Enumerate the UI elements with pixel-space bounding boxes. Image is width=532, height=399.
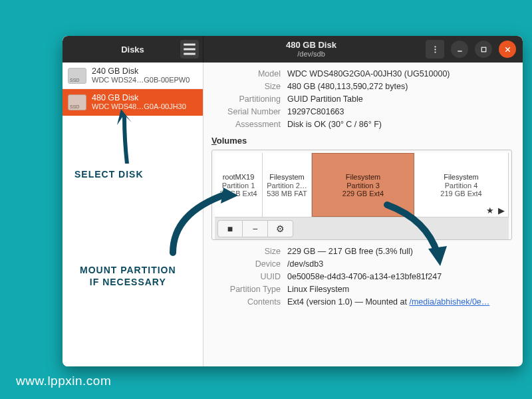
value-ptype: Linux Filesystem [287,285,512,294]
value-device: /dev/sdb3 [287,259,512,269]
minimize-button[interactable] [451,41,468,58]
disk-item-name: 240 GB Disk [92,66,190,76]
svg-point-4 [434,49,436,50]
window-body: SSD 240 GB Disk WDC WDS24…G0B-00EPW0 SSD… [63,63,523,366]
volumes-title: Volumes [211,136,512,146]
disk-item-240[interactable]: SSD 240 GB Disk WDC WDS24…G0B-00EPW0 [63,63,203,89]
label-size: Size [211,82,281,91]
disk-item-sub: WDC WDS48…G0A-00JH30 [92,102,186,111]
label-serial: Serial Number [211,107,281,116]
minimize-icon [456,45,464,54]
star-icon[interactable]: ★ [486,205,494,215]
disk-path: /dev/sdb [297,50,325,58]
content-pane: Model WDC WDS480G2G0A-00JH30 (UG510000) … [203,63,523,366]
minus-icon: − [252,223,257,234]
unmount-button[interactable]: ■ [217,220,243,237]
label-uuid: UUID [211,272,281,281]
hamburger-menu-button[interactable] [180,40,199,59]
value-psize: 229 GB — 217 GB free (5.3% full) [287,247,512,256]
hamburger-icon [180,40,199,59]
label-ptype: Partition Type [211,285,281,294]
volume-partition-3[interactable]: Filesystem Partition 3 229 GB Ext4 [312,153,414,217]
label-device: Device [211,259,281,269]
mount-point-link[interactable]: /media/abhishek/0e… [409,297,489,307]
partition-info: Size 229 GB — 217 GB free (5.3% full) De… [211,247,512,307]
close-icon [503,45,512,54]
headerbar-left: Disks [63,36,203,63]
disk-menu-button[interactable] [426,40,444,59]
eject-icon[interactable]: ▶ [498,205,505,215]
disk-item-sub: WDC WDS24…G0B-00EPW0 [92,76,190,84]
annotation-mount: MOUNT PARTITION IF NECESSARY [80,265,176,288]
label-psize: Size [211,247,281,256]
annotation-select-disk: SELECT DISK [74,169,144,180]
disk-list: SSD 240 GB Disk WDC WDS24…G0B-00EPW0 SSD… [63,63,203,366]
close-button[interactable] [499,41,516,58]
disk-info: Model WDC WDS480G2G0A-00JH30 (UG510000) … [211,69,512,129]
headerbar: Disks 480 GB Disk /dev/sdb [63,36,523,63]
volumes-strip: rootMX19 Partition 1 31 GB Ext4 Filesyst… [215,153,509,217]
volume-toolbar: ■ − ⚙ [215,217,509,239]
partition-options-button[interactable]: ⚙ [268,220,293,237]
watermark: www.lppxin.com [16,374,111,388]
value-model: WDC WDS480G2G0A-00JH30 (UG510000) [287,69,512,78]
disk-title: 480 GB Disk [286,41,336,50]
value-uuid: 0e50058e-d4d3-4706-a134-e13bfe81f247 [287,272,512,281]
gear-icon: ⚙ [276,223,285,234]
stop-icon: ■ [227,223,233,234]
value-size: 480 GB (480,113,590,272 bytes) [287,82,512,91]
volume-partition-1[interactable]: rootMX19 Partition 1 31 GB Ext4 [215,153,263,217]
svg-rect-7 [481,47,486,52]
label-assessment: Assessment [211,120,281,129]
disk-item-name: 480 GB Disk [92,93,186,102]
headerbar-center: 480 GB Disk /dev/sdb [203,36,419,63]
value-partitioning: GUID Partition Table [287,94,512,104]
disks-window: Disks 480 GB Disk /dev/sdb [63,36,523,366]
kebab-icon [431,45,440,54]
volume-partition-2[interactable]: Filesystem Partition 2… 538 MB FAT [263,153,312,217]
value-contents: Ext4 (version 1.0) — Mounted at /media/a… [287,297,512,307]
maximize-icon [479,45,488,54]
label-contents: Contents [211,297,281,307]
headerbar-right [419,36,523,63]
app-title: Disks [121,45,144,55]
value-assessment: Disk is OK (30° C / 86° F) [287,120,512,129]
ssd-icon: SSD [68,68,86,84]
svg-point-5 [434,51,436,53]
volume-corner-actions: ★ ▶ [486,205,505,215]
volumes-frame: rootMX19 Partition 1 31 GB Ext4 Filesyst… [211,150,512,240]
maximize-button[interactable] [475,41,492,58]
disk-item-480[interactable]: SSD 480 GB Disk WDC WDS48…G0A-00JH30 [63,89,203,116]
label-partitioning: Partitioning [211,94,281,104]
svg-point-3 [434,46,436,47]
ssd-icon: SSD [68,94,86,110]
value-serial: 19297C801663 [287,107,512,116]
delete-partition-button[interactable]: − [243,220,268,237]
label-model: Model [211,69,281,78]
